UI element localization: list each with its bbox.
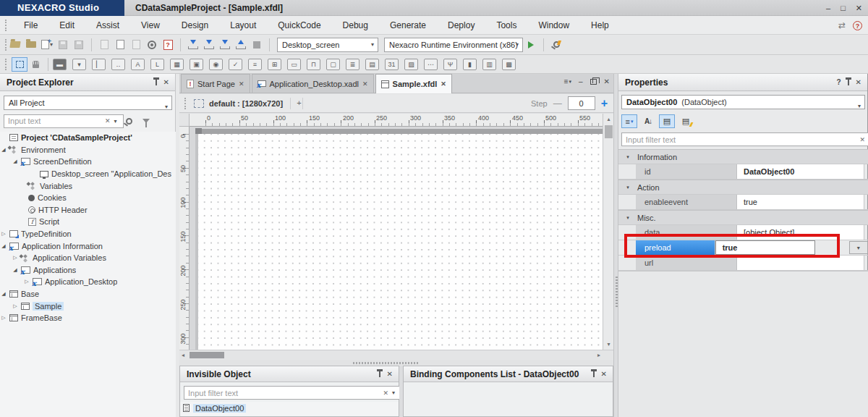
tab-component-icon[interactable]: ⊓ xyxy=(307,59,320,70)
tab-start-page[interactable]: ! Start Page ✕ xyxy=(181,74,250,93)
menu-generate[interactable]: Generate xyxy=(379,16,437,35)
menu-assist[interactable]: Assist xyxy=(85,16,130,35)
grid-component-icon[interactable]: ▦ xyxy=(170,59,184,70)
tree-item-script[interactable]: fScript xyxy=(0,216,176,228)
table-component-icon[interactable]: ⊞ xyxy=(268,59,281,70)
pin-icon[interactable] xyxy=(156,80,157,85)
canvas-horizontal-scrollbar[interactable]: ◂ ▸ xyxy=(179,350,613,360)
stop-button[interactable] xyxy=(249,37,265,53)
clear-filter-icon[interactable]: ✕ xyxy=(105,117,111,125)
section-information[interactable]: ▾Information xyxy=(618,149,868,164)
properties-view-button[interactable]: ▤ xyxy=(659,114,675,128)
property-row-data[interactable]: data[object Object] xyxy=(618,225,868,240)
close-panel-icon[interactable]: ✕ xyxy=(856,78,861,86)
dbpanel-component-icon[interactable]: ▩ xyxy=(502,59,516,70)
property-row-url[interactable]: url xyxy=(618,256,868,271)
panel-help-icon[interactable]: ? xyxy=(837,78,841,86)
scroll-up-icon[interactable]: ▴ xyxy=(603,116,614,122)
import-module-button[interactable] xyxy=(217,37,233,53)
hand-tool-button[interactable] xyxy=(27,57,43,72)
list-item-dataset00[interactable]: Dataset00 xyxy=(180,414,399,416)
tree-item-application-variables[interactable]: ▷Application Variables xyxy=(0,252,176,264)
close-panel-icon[interactable]: ✕ xyxy=(601,370,607,378)
tab-sample-xfdl[interactable]: Sample.xfdl ✕ xyxy=(375,74,452,93)
clear-filter-icon[interactable]: ✕ xyxy=(859,136,865,143)
open-file-button[interactable] xyxy=(23,37,39,53)
canvas-vertical-scrollbar[interactable]: ▴ ▾ xyxy=(603,114,613,350)
scroll-down-icon[interactable]: ▾ xyxy=(603,341,614,348)
tree-item-application-desktop[interactable]: ▷xApplication_Desktop xyxy=(0,276,176,288)
pin-icon[interactable] xyxy=(848,80,849,85)
property-row-id[interactable]: idDataObject00 xyxy=(618,164,868,180)
menu-tools[interactable]: Tools xyxy=(485,16,527,35)
alphabetical-sort-button[interactable]: A↓ xyxy=(640,114,656,128)
progress-component-icon[interactable]: ⋯ xyxy=(424,59,438,70)
toolbar2-drag-handle[interactable] xyxy=(5,59,7,70)
menu-help[interactable]: Help xyxy=(580,16,620,35)
cut-button[interactable] xyxy=(96,37,112,53)
form-design-canvas[interactable] xyxy=(198,134,603,350)
tab-list-menu-icon[interactable]: ≡▾ xyxy=(564,77,571,85)
menu-edit[interactable]: Edit xyxy=(48,16,85,35)
bottom-panel-splitter[interactable] xyxy=(179,360,613,366)
tree-item-variables[interactable]: Variables xyxy=(0,180,176,192)
tab-application-desktop[interactable]: x Application_Desktop.xadl ✕ xyxy=(252,74,374,93)
search-icon[interactable] xyxy=(126,118,132,125)
status-drag-handle[interactable] xyxy=(184,98,187,109)
categorized-view-button[interactable]: ≡▾ xyxy=(621,114,637,128)
tree-item-desktop-screen[interactable]: Desktop_screen "Application_Des xyxy=(0,168,176,180)
tree-item-environment[interactable]: ◢Environment xyxy=(0,144,176,156)
tree-item-project[interactable]: Project 'CDataSampleProject' xyxy=(0,132,176,144)
properties-splitter[interactable] xyxy=(613,74,618,417)
layout-swap-icon[interactable]: ⇄ xyxy=(838,20,846,30)
collapse-section-icon[interactable]: ▾ xyxy=(618,215,637,221)
close-panel-icon[interactable]: ✕ xyxy=(163,78,169,86)
close-tab-icon[interactable]: ✕ xyxy=(441,80,446,88)
tree-item-typedefinition[interactable]: ▷TypeDefinition xyxy=(0,228,176,240)
menu-layout[interactable]: Layout xyxy=(219,16,267,35)
scroll-right-icon[interactable]: ▸ xyxy=(597,352,600,358)
section-misc[interactable]: ▾Misc. xyxy=(618,210,868,225)
error-check-button[interactable]: ? xyxy=(160,37,176,53)
filter-funnel-icon[interactable] xyxy=(142,119,150,123)
radio-component-icon[interactable]: ◉ xyxy=(209,59,223,70)
popupdiv-component-icon[interactable]: ≣ xyxy=(346,59,359,70)
step-decrement-button[interactable]: — xyxy=(553,98,562,109)
collapse-section-icon[interactable]: ▾ xyxy=(618,154,637,160)
menu-window[interactable]: Window xyxy=(527,16,580,35)
menu-design[interactable]: Design xyxy=(171,16,219,35)
tree-item-http-header[interactable]: HTTP Header xyxy=(0,204,176,216)
checkbox-component-icon[interactable]: ✓ xyxy=(229,59,242,70)
import-screen-button[interactable] xyxy=(185,37,201,53)
object-selector-combo[interactable]: DataObject00(DataObject) ▾ xyxy=(621,95,865,109)
screen-type-combo[interactable]: Desktop_screen▾ xyxy=(277,38,378,52)
tree-item-screendefinition[interactable]: ◢xScreenDefinition xyxy=(0,156,176,168)
section-action[interactable]: ▾Action xyxy=(618,180,868,195)
list-item-dataobject00[interactable]: DataObject00 xyxy=(180,402,399,414)
menu-file[interactable]: File xyxy=(13,16,48,35)
panel-component-icon[interactable]: ▥ xyxy=(482,59,496,70)
gridview-component-icon[interactable]: ▣ xyxy=(190,59,203,70)
horizontal-scroll-thumb[interactable] xyxy=(190,352,224,358)
menu-quickcode[interactable]: QuickCode xyxy=(267,16,331,35)
save-all-button[interactable] xyxy=(71,37,87,53)
new-item-button[interactable]: +▾ xyxy=(39,37,55,53)
clear-filter-icon[interactable]: ✕ xyxy=(383,389,388,397)
code-search-button[interactable] xyxy=(548,37,564,53)
listbox-component-icon[interactable]: ≡ xyxy=(248,59,262,70)
tree-item-applications[interactable]: ◢xApplications xyxy=(0,264,176,277)
collapse-section-icon[interactable]: ▾ xyxy=(618,185,637,190)
doc-close-icon[interactable]: ✕ xyxy=(604,77,610,85)
add-status-button[interactable]: + xyxy=(290,98,303,109)
preload-value-editor[interactable]: true xyxy=(715,240,815,255)
tree-item-application-information[interactable]: ◢xApplication Information xyxy=(0,240,176,252)
close-tab-icon[interactable]: ✕ xyxy=(239,80,244,88)
step-increment-button[interactable]: + xyxy=(601,97,608,110)
div-component-icon[interactable]: ▢ xyxy=(326,59,340,70)
filter-dropdown-icon[interactable]: ▾ xyxy=(114,118,117,125)
plugin-component-icon[interactable]: Ψ xyxy=(443,59,457,70)
tree-item-sample[interactable]: ▷Sample xyxy=(0,300,176,312)
calendar-component-icon[interactable]: 31 xyxy=(385,59,399,70)
minimize-button[interactable]: – xyxy=(826,4,830,12)
menu-deploy[interactable]: Deploy xyxy=(437,16,485,35)
